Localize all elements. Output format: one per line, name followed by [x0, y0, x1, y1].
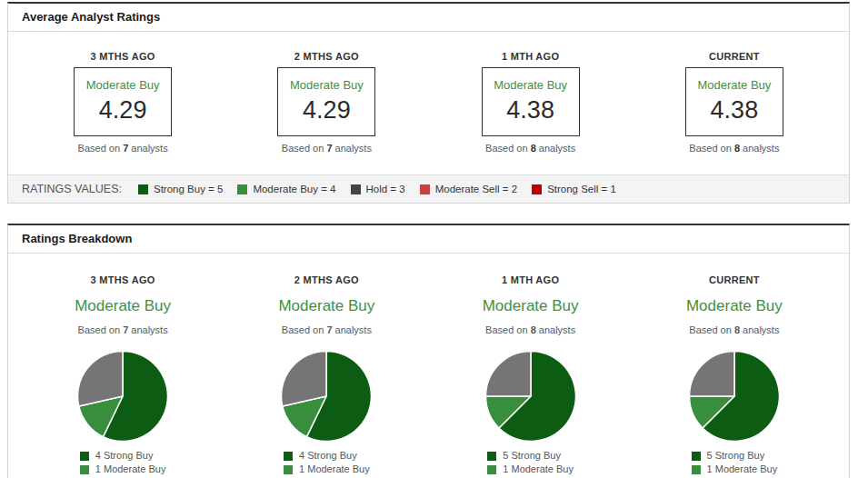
moderate-buy-color-swatch — [284, 465, 293, 474]
avg-column-current: CURRENT Moderate Buy 4.38 Based on 8 ana… — [633, 51, 836, 174]
legend-text: Strong Buy = 5 — [154, 184, 223, 194]
analyst-count-note: Based on 8 analysts — [429, 324, 633, 336]
moderate-buy-color-swatch — [487, 465, 496, 474]
pie-legend-item: 5 Strong Buy — [487, 451, 574, 461]
panel-spacer — [7, 204, 868, 224]
strong-buy-color-swatch — [138, 184, 148, 194]
rating-box: Moderate Buy 4.29 — [74, 67, 172, 136]
strong-sell-color-swatch — [532, 184, 542, 194]
rating-box: Moderate Buy 4.29 — [277, 67, 375, 136]
ratings-values-legend: RATINGS VALUES: Strong Buy = 5 Moderate … — [8, 174, 849, 203]
period-label: 3 MTHS AGO — [21, 274, 224, 285]
pie-legend: 4 Strong Buy 1 Moderate Buy 2 Hold — [284, 451, 370, 478]
rating-value: 4.38 — [686, 96, 783, 124]
ratings-pie-chart — [280, 350, 373, 443]
pie-legend: 5 Strong Buy 1 Moderate Buy 2 Hold — [487, 451, 574, 478]
average-ratings-columns: 3 MTHS AGO Moderate Buy 4.29 Based on 7 … — [8, 32, 849, 174]
hold-color-swatch — [351, 184, 361, 194]
legend-text: Moderate Sell = 2 — [435, 184, 517, 194]
period-label: CURRENT — [633, 51, 836, 62]
avg-column-1mth: 1 MTH AGO Moderate Buy 4.38 Based on 8 a… — [429, 51, 633, 174]
breakdown-column-3mths: 3 MTHS AGO Moderate Buy Based on 7 analy… — [21, 274, 224, 478]
breakdown-columns: 3 MTHS AGO Moderate Buy Based on 7 analy… — [8, 254, 849, 478]
analyst-count: 7 — [326, 143, 332, 154]
average-analyst-ratings-panel: Average Analyst Ratings 3 MTHS AGO Moder… — [7, 2, 850, 204]
page: Average Analyst Ratings 3 MTHS AGO Moder… — [0, 0, 868, 478]
analyst-count: 8 — [531, 143, 536, 154]
pie-legend: 5 Strong Buy 1 Moderate Buy 2 Hold — [692, 451, 778, 478]
strong-buy-color-swatch — [487, 452, 496, 461]
based-on-text: Based on — [485, 324, 527, 335]
analyst-count-note: Based on 7 analysts — [21, 324, 224, 336]
legend-text: Hold = 3 — [366, 184, 405, 194]
legend-text: 1 Moderate Buy — [503, 464, 574, 474]
analyst-count: 8 — [734, 143, 740, 154]
based-on-text: Based on — [282, 143, 324, 154]
rating-label: Moderate Buy — [278, 68, 374, 92]
legend-item-hold: Hold = 3 — [351, 184, 405, 194]
analysts-text: analysts — [539, 324, 575, 335]
analyst-count-note: Based on 8 analysts — [633, 143, 836, 174]
moderate-buy-color-swatch — [80, 465, 89, 474]
rating-label: Moderate Buy — [429, 297, 633, 314]
period-label: 1 MTH AGO — [429, 51, 633, 62]
analyst-count: 7 — [123, 324, 128, 335]
legend-text: Strong Sell = 1 — [547, 184, 616, 194]
legend-text: 5 Strong Buy — [707, 451, 765, 461]
analysts-text: analysts — [743, 143, 779, 154]
rating-label: Moderate Buy — [686, 68, 783, 92]
strong-buy-color-swatch — [80, 452, 89, 461]
moderate-buy-color-swatch — [237, 184, 247, 194]
rating-label: Moderate Buy — [21, 297, 224, 314]
pie-legend-item: 4 Strong Buy — [80, 451, 166, 461]
ratings-values-label: RATINGS VALUES: — [22, 183, 122, 195]
based-on-text: Based on — [689, 324, 731, 335]
based-on-text: Based on — [78, 143, 120, 154]
rating-label: Moderate Buy — [224, 297, 428, 314]
legend-text: 1 Moderate Buy — [299, 464, 370, 474]
moderate-buy-color-swatch — [692, 465, 701, 474]
legend-text: 4 Strong Buy — [299, 451, 357, 461]
pie-legend-item: 1 Moderate Buy — [284, 464, 370, 474]
analyst-count: 8 — [734, 324, 740, 335]
rating-box: Moderate Buy 4.38 — [482, 67, 580, 136]
analysts-text: analysts — [539, 143, 575, 154]
period-label: CURRENT — [633, 274, 836, 285]
moderate-sell-color-swatch — [420, 184, 430, 194]
rating-label: Moderate Buy — [75, 68, 171, 92]
rating-label: Moderate Buy — [633, 297, 836, 314]
analysts-text: analysts — [131, 324, 167, 335]
ratings-pie-chart — [688, 350, 781, 443]
legend-text: 5 Strong Buy — [503, 451, 561, 461]
legend-text: 1 Moderate Buy — [95, 464, 166, 474]
rating-value: 4.38 — [483, 96, 579, 124]
analysts-text: analysts — [335, 143, 372, 154]
ratings-pie-chart — [484, 350, 577, 443]
analyst-count: 8 — [531, 324, 536, 335]
legend-item-strong-sell: Strong Sell = 1 — [532, 184, 616, 194]
period-label: 2 MTHS AGO — [224, 51, 428, 62]
period-label: 3 MTHS AGO — [21, 51, 224, 62]
legend-text: 1 Moderate Buy — [707, 464, 778, 474]
analysts-text: analysts — [743, 324, 779, 335]
legend-item-moderate-buy: Moderate Buy = 4 — [237, 184, 335, 194]
strong-buy-color-swatch — [284, 452, 293, 461]
pie-legend-item: 4 Strong Buy — [284, 451, 370, 461]
rating-value: 4.29 — [278, 96, 374, 124]
analyst-count-note: Based on 7 analysts — [21, 143, 224, 174]
strong-buy-color-swatch — [692, 452, 701, 461]
period-label: 2 MTHS AGO — [224, 274, 428, 285]
pie-legend-item: 1 Moderate Buy — [80, 464, 166, 474]
analyst-count-note: Based on 8 analysts — [429, 143, 633, 174]
panel-title: Average Analyst Ratings — [8, 4, 849, 32]
breakdown-column-current: CURRENT Moderate Buy Based on 8 analysts… — [633, 274, 836, 478]
based-on-text: Based on — [485, 143, 527, 154]
pie-legend-item: 5 Strong Buy — [692, 451, 778, 461]
legend-item-strong-buy: Strong Buy = 5 — [138, 184, 223, 194]
pie-legend-item: 1 Moderate Buy — [487, 464, 574, 474]
ratings-pie-chart — [76, 350, 169, 443]
period-label: 1 MTH AGO — [429, 274, 633, 285]
rating-value: 4.29 — [75, 96, 171, 124]
analyst-count: 7 — [326, 324, 332, 335]
legend-item-moderate-sell: Moderate Sell = 2 — [420, 184, 517, 194]
